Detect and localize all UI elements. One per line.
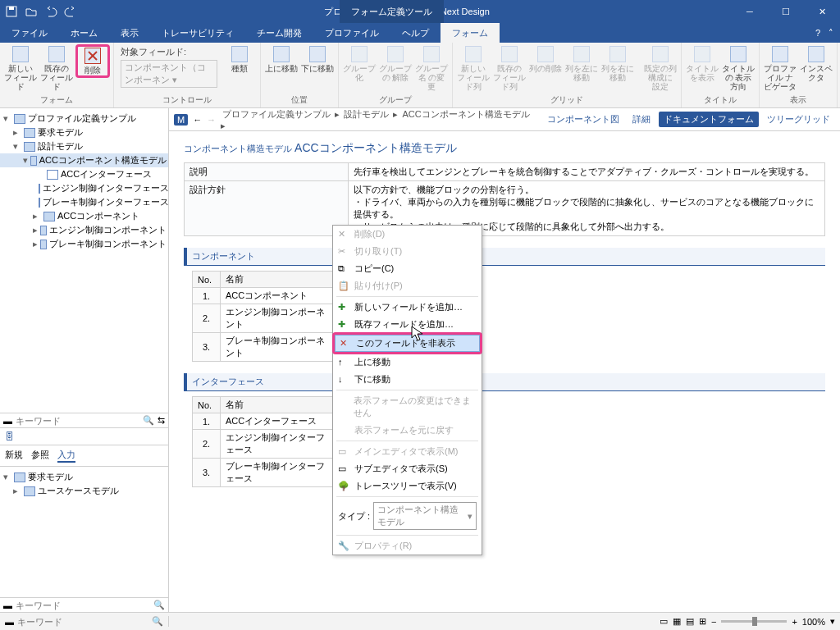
search-icon[interactable]: 🔍 bbox=[143, 415, 154, 426]
document-bar: M ← → プロファイル定義サンプル ▸ 設計モデル ▸ ACCコンポーネント構… bbox=[169, 108, 840, 131]
model-tree[interactable]: ▾プロファイル定義サンプル ▸要求モデル ▾設計モデル ▾ACCコンポーネント構… bbox=[0, 108, 168, 413]
lower-tree[interactable]: ▾要求モデル ▸ユースケースモデル bbox=[0, 466, 168, 597]
zoom-control[interactable]: − + 100% ▾ bbox=[711, 616, 835, 627]
kind-button[interactable]: 種類 bbox=[222, 44, 257, 73]
zoom-menu-icon[interactable]: ▾ bbox=[830, 616, 835, 627]
db-icon[interactable]: 🗄 bbox=[5, 431, 14, 441]
existing-field-button[interactable]: 既存の フィールド bbox=[39, 44, 74, 91]
title-dir-button[interactable]: タイトルの 表示方向 bbox=[721, 44, 756, 91]
tab-view[interactable]: 表示 bbox=[109, 23, 150, 43]
help-icon[interactable]: ? bbox=[815, 28, 820, 39]
section-interface[interactable]: インターフェース bbox=[184, 373, 825, 391]
lower-search-input[interactable] bbox=[16, 600, 150, 610]
contextual-tab: フォーム定義ツール bbox=[340, 0, 444, 23]
del-col-button: 列の削除 bbox=[528, 44, 563, 73]
tab-help[interactable]: ヘルプ bbox=[390, 23, 441, 43]
group-rename-button: グループ名 の変更 bbox=[414, 44, 449, 91]
lower-search[interactable]: ▬ 🔍 bbox=[0, 597, 168, 612]
breadcrumb[interactable]: プロファイル定義サンプル ▸ 設計モデル ▸ ACCコンポーネント構造モデル ▸ bbox=[221, 108, 537, 131]
view-mode-icon[interactable]: ▭ bbox=[660, 616, 668, 627]
undo-icon[interactable] bbox=[44, 5, 57, 18]
delete-field-button[interactable]: 削除 bbox=[75, 44, 110, 78]
tab-home[interactable]: ホーム bbox=[59, 23, 109, 43]
filter-icon[interactable]: ▬ bbox=[3, 600, 12, 610]
hide-icon: ✕ bbox=[340, 338, 351, 349]
ctx-add-new[interactable]: ✚新しいフィールドを追加… bbox=[333, 299, 482, 316]
ctx-delete: ✕削除(D) bbox=[333, 226, 482, 243]
target-field: 対象フィールド: コンポーネント（コンポーネン ▾ bbox=[117, 44, 221, 89]
tab-input[interactable]: 入力 bbox=[57, 449, 75, 463]
delete-icon: ✕ bbox=[338, 229, 349, 240]
view-treegrid[interactable]: ツリーグリッド bbox=[762, 112, 835, 127]
target-field-combo[interactable]: コンポーネント（コンポーネン ▾ bbox=[121, 60, 217, 88]
tab-new[interactable]: 新規 bbox=[5, 449, 23, 463]
model-icon bbox=[30, 156, 37, 166]
tree-item-selected[interactable]: ▾ACCコンポーネント構造モデル bbox=[0, 153, 168, 167]
ctx-sub-editor[interactable]: ▭サブエディタで表示(S) bbox=[333, 460, 482, 477]
ctx-move-down[interactable]: ↓下に移動 bbox=[333, 371, 482, 388]
status-search-input[interactable] bbox=[17, 617, 148, 627]
view-mode-icon[interactable]: ▦ bbox=[673, 616, 681, 627]
section-component[interactable]: コンポーネント bbox=[184, 248, 825, 266]
up-icon: ↑ bbox=[338, 357, 349, 368]
lower-tabs: 新規 参照 入力 bbox=[0, 445, 168, 466]
close-button[interactable]: ✕ bbox=[804, 0, 840, 23]
ctx-type: タイプ : コンポーネント構造モデル▾ bbox=[333, 499, 482, 533]
view-detail[interactable]: 詳細 bbox=[628, 112, 655, 127]
tab-form[interactable]: フォーム bbox=[441, 23, 500, 43]
ctx-hide-field[interactable]: ✕このフィールドを非表示 bbox=[335, 335, 480, 352]
profile-nav-button[interactable]: プロファイル ナビゲータ bbox=[763, 44, 797, 91]
window-icon: ▭ bbox=[338, 446, 349, 458]
tree-search-input[interactable] bbox=[16, 416, 139, 426]
filter-icon[interactable]: ▬ bbox=[5, 617, 14, 627]
down-icon: ↓ bbox=[338, 374, 349, 386]
nav-back-icon[interactable]: ← bbox=[193, 115, 202, 125]
tab-ref[interactable]: 参照 bbox=[31, 449, 49, 463]
tree-search[interactable]: ▬ 🔍 ⇆ bbox=[0, 413, 168, 427]
move-down-button[interactable]: 下に移動 bbox=[300, 44, 335, 73]
save-icon[interactable] bbox=[5, 5, 18, 18]
inspector-button[interactable]: インスペクタ bbox=[799, 44, 833, 82]
minimize-button[interactable]: ─ bbox=[732, 0, 768, 23]
model-icon bbox=[24, 486, 35, 496]
move-up-button[interactable]: 上に移動 bbox=[264, 44, 299, 73]
ctx-trace-tree[interactable]: 🌳トレースツリーで表示(V) bbox=[333, 477, 482, 495]
redo-icon[interactable] bbox=[64, 5, 77, 18]
ctx-paste: 📋貼り付け(P) bbox=[333, 277, 482, 294]
view-docform[interactable]: ドキュメントフォーム bbox=[659, 112, 759, 127]
search-icon[interactable]: 🔍 bbox=[152, 616, 163, 627]
ctx-type-select[interactable]: コンポーネント構造モデル▾ bbox=[373, 502, 477, 530]
tab-trace[interactable]: トレーサビリティ bbox=[150, 23, 245, 43]
nav-fwd-icon[interactable]: → bbox=[207, 115, 216, 125]
zoom-out-icon[interactable]: − bbox=[711, 617, 716, 627]
view-mode-icon[interactable]: ▤ bbox=[686, 616, 694, 627]
tab-file[interactable]: ファイル bbox=[0, 23, 59, 43]
component-icon bbox=[43, 212, 55, 221]
ctx-move-up[interactable]: ↑上に移動 bbox=[333, 354, 482, 371]
zoom-in-icon[interactable]: + bbox=[792, 617, 797, 627]
left-pane: ▾プロファイル定義サンプル ▸要求モデル ▾設計モデル ▾ACCコンポーネント構… bbox=[0, 108, 169, 612]
interface-grid[interactable]: No.名前 1.ACCインターフェース 2.エンジン制御インターフェース 3.ブ… bbox=[192, 396, 336, 487]
menu-bar: ファイル ホーム 表示 トレーサビリティ チーム開発 プロファイル ヘルプ フォ… bbox=[0, 23, 840, 43]
view-component[interactable]: コンポーネント図 bbox=[542, 112, 624, 127]
tab-profile[interactable]: プロファイル bbox=[313, 23, 390, 43]
ctx-main-editor: ▭メインエディタで表示(M) bbox=[333, 443, 482, 460]
view-mode-icon[interactable]: ⊞ bbox=[699, 616, 706, 627]
new-col-button: 新しい フィールド列 bbox=[456, 44, 491, 91]
search-icon[interactable]: 🔍 bbox=[153, 600, 165, 610]
tab-team[interactable]: チーム開発 bbox=[245, 23, 313, 43]
folder-icon bbox=[24, 142, 35, 152]
status-search[interactable]: ▬ 🔍 bbox=[5, 616, 169, 627]
ctx-add-exist[interactable]: ✚既存フィールドを追加… bbox=[333, 316, 482, 333]
interface-icon bbox=[39, 198, 40, 208]
ctx-copy[interactable]: ⧉コピー(C) bbox=[333, 260, 482, 277]
maximize-button[interactable]: ☐ bbox=[768, 0, 804, 23]
component-grid[interactable]: No.名前 1.ACCコンポーネント 2.エンジン制御コンポーネント 3.ブレー… bbox=[192, 271, 336, 362]
collapse-ribbon-icon[interactable]: ˄ bbox=[829, 28, 833, 39]
filter-icon[interactable]: ▬ bbox=[3, 416, 12, 426]
folder-icon bbox=[14, 472, 25, 482]
zoom-slider[interactable] bbox=[721, 620, 787, 623]
search-options-icon[interactable]: ⇆ bbox=[158, 415, 165, 426]
new-field-button[interactable]: 新しい フィールド bbox=[3, 44, 38, 91]
open-icon[interactable] bbox=[25, 5, 38, 18]
